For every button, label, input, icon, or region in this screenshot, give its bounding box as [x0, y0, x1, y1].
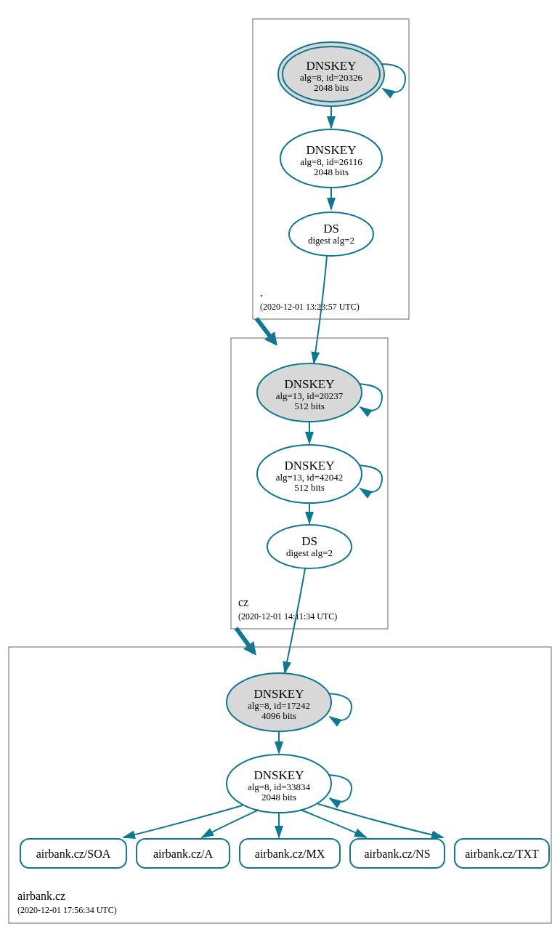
svg-text:DS: DS	[301, 534, 317, 548]
zone-cz: cz (2020-12-01 14:11:34 UTC) DNSKEY alg=…	[231, 338, 388, 629]
zone-name-root: .	[260, 286, 263, 299]
rrset-ns: airbank.cz/NS	[350, 839, 445, 868]
svg-text:DNSKEY: DNSKEY	[285, 459, 335, 472]
node-ab-zsk: DNSKEY alg=8, id=33834 2048 bits	[227, 755, 352, 813]
svg-text:DNSKEY: DNSKEY	[254, 687, 304, 701]
node-root-ksk: DNSKEY alg=8, id=20326 2048 bits	[278, 42, 405, 106]
svg-text:alg=8, id=20326: alg=8, id=20326	[300, 72, 363, 83]
node-ab-ksk: DNSKEY alg=8, id=17242 4096 bits	[227, 673, 352, 731]
svg-text:alg=8, id=17242: alg=8, id=17242	[248, 700, 310, 711]
edge-cz-to-ab-thick	[236, 628, 254, 653]
edge-abzsk-soa	[123, 805, 243, 837]
zone-ts-airbank: (2020-12-01 17:56:34 UTC)	[17, 905, 117, 915]
node-cz-zsk: DNSKEY alg=13, id=42042 512 bits	[257, 445, 382, 503]
dnssec-chain-diagram: . (2020-12-01 13:23:57 UTC) DNSKEY alg=8…	[0, 0, 560, 929]
node-cz-ksk: DNSKEY alg=13, id=20237 512 bits	[257, 363, 382, 422]
svg-text:alg=13, id=42042: alg=13, id=42042	[276, 472, 344, 483]
svg-text:airbank.cz/A: airbank.cz/A	[153, 848, 214, 860]
svg-text:512 bits: 512 bits	[294, 482, 325, 493]
svg-text:alg=13, id=20237: alg=13, id=20237	[276, 390, 344, 401]
zone-name-cz: cz	[238, 596, 248, 608]
svg-text:alg=8, id=33834: alg=8, id=33834	[248, 781, 311, 792]
svg-text:DNSKEY: DNSKEY	[285, 377, 335, 391]
node-cz-ds: DS digest alg=2	[267, 525, 352, 568]
svg-text:DNSKEY: DNSKEY	[307, 143, 357, 157]
svg-text:DNSKEY: DNSKEY	[254, 768, 304, 782]
svg-text:2048 bits: 2048 bits	[314, 166, 349, 177]
svg-text:2048 bits: 2048 bits	[261, 792, 296, 803]
rrset-soa: airbank.cz/SOA	[20, 839, 126, 868]
node-root-zsk: DNSKEY alg=8, id=26116 2048 bits	[280, 129, 382, 188]
zone-ts-cz: (2020-12-01 14:11:34 UTC)	[238, 611, 337, 622]
svg-text:digest alg=2: digest alg=2	[308, 235, 354, 246]
svg-text:DS: DS	[323, 222, 339, 236]
self-loop-cz-ksk	[359, 384, 382, 411]
svg-text:DNSKEY: DNSKEY	[307, 59, 357, 73]
svg-text:airbank.cz/MX: airbank.cz/MX	[255, 848, 325, 860]
svg-text:airbank.cz/NS: airbank.cz/NS	[364, 848, 430, 860]
self-loop-ab-ksk	[328, 693, 352, 720]
zone-name-airbank: airbank.cz	[17, 890, 65, 902]
svg-text:alg=8, id=26116: alg=8, id=26116	[300, 156, 362, 167]
rrset-a: airbank.cz/A	[137, 839, 230, 868]
zone-root: . (2020-12-01 13:23:57 UTC) DNSKEY alg=8…	[253, 19, 409, 319]
rrset-mx: airbank.cz/MX	[240, 839, 340, 868]
svg-text:airbank.cz/SOA: airbank.cz/SOA	[36, 848, 111, 860]
zone-ts-root: (2020-12-01 13:23:57 UTC)	[260, 302, 360, 312]
self-loop-ab-zsk	[328, 775, 352, 802]
edge-root-to-cz-thick	[256, 318, 275, 343]
edge-abzsk-txt	[318, 804, 443, 837]
svg-text:airbank.cz/TXT: airbank.cz/TXT	[465, 848, 539, 860]
rrset-txt: airbank.cz/TXT	[455, 839, 549, 868]
edge-abzsk-ns	[301, 810, 366, 837]
svg-text:digest alg=2: digest alg=2	[286, 547, 333, 558]
self-loop-cz-zsk	[359, 465, 382, 492]
svg-text:4096 bits: 4096 bits	[261, 710, 296, 721]
zone-airbank: airbank.cz (2020-12-01 17:56:34 UTC) DNS…	[9, 647, 551, 923]
svg-text:2048 bits: 2048 bits	[314, 82, 349, 93]
svg-text:512 bits: 512 bits	[294, 401, 325, 411]
node-root-ds: DS digest alg=2	[289, 212, 373, 256]
